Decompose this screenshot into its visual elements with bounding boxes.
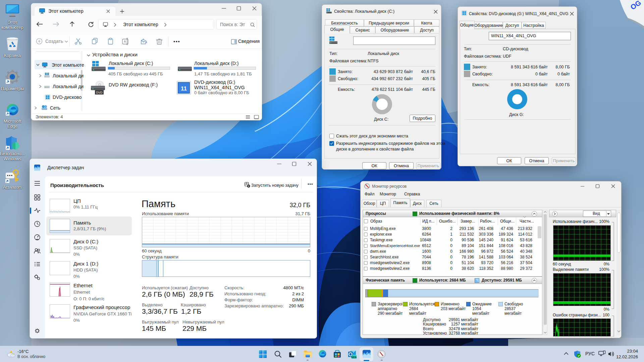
svg-text:11: 11 (181, 85, 187, 92)
svg-text:DVD: DVD (96, 91, 103, 94)
svg-text:NEW: NEW (351, 356, 357, 359)
